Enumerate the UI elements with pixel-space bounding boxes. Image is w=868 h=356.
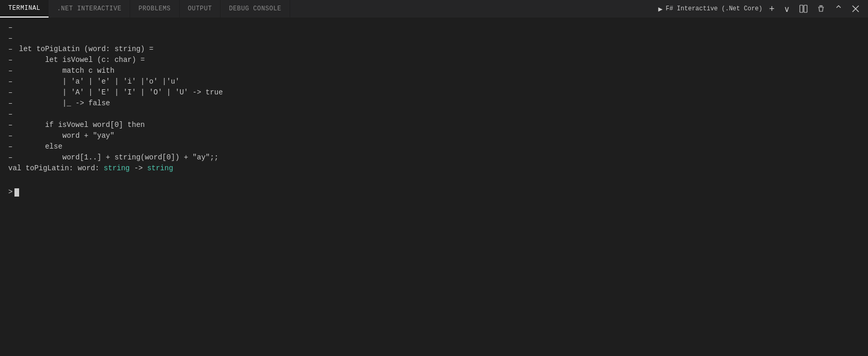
tab-net-interactive-label: .NET INTERACTIVE (57, 5, 121, 12)
terminal-content[interactable]: – – – let toPigLatin (word: string) = – … (0, 18, 868, 356)
delete-terminal-button[interactable] (814, 4, 828, 14)
add-terminal-button[interactable]: + (766, 3, 777, 15)
svg-rect-1 (804, 5, 807, 12)
terminal-line-2: – (8, 33, 868, 44)
terminal-prompt-line: > (8, 187, 868, 198)
split-terminal-button[interactable] (797, 4, 810, 14)
terminal-line-13: – word[1..] + string(word[0]) + "ay";; (8, 152, 868, 163)
tab-debug-console-label: DEBUG CONSOLE (229, 5, 281, 12)
trash-icon (817, 5, 825, 13)
terminal-line-6: – | 'a' | 'e' | 'i' |'o' |'u' (8, 76, 868, 87)
terminal-line-4: – let isVowel (c: char) = (8, 55, 868, 66)
terminal-line-7: – | 'A' | 'E' | 'I' | 'O' | 'U' -> true (8, 87, 868, 98)
terminal-line-1: – (8, 22, 868, 33)
close-icon (852, 5, 859, 12)
toolbar-right: ▶ F# Interactive (.Net Core) + ∨ (658, 0, 868, 18)
terminal-line-10: – if isVowel word[0] then (8, 120, 868, 131)
terminal-title: ▶ F# Interactive (.Net Core) (658, 5, 763, 13)
tab-debug-console[interactable]: DEBUG CONSOLE (220, 0, 290, 18)
cursor (14, 188, 19, 197)
terminal-line-8: – |_ -> false (8, 98, 868, 109)
maximize-icon (834, 5, 843, 13)
terminal-line-9: – (8, 109, 868, 120)
terminal-val-line: val toPigLatin: word: string -> string (8, 163, 868, 174)
maximize-panel-button[interactable] (832, 4, 845, 14)
terminal-icon: ▶ (658, 5, 662, 13)
tab-output[interactable]: OUTPUT (180, 0, 221, 18)
terminal-line-3: – let toPigLatin (word: string) = (8, 44, 868, 55)
terminal-line-5: – match c with (8, 66, 868, 76)
chevron-down-button[interactable]: ∨ (781, 3, 793, 15)
close-panel-button[interactable] (849, 4, 862, 13)
tab-output-label: OUTPUT (188, 5, 212, 12)
prompt-symbol: > (8, 187, 12, 198)
tab-terminal-label: TERMINAL (8, 5, 40, 12)
app-container: TERMINAL .NET INTERACTIVE PROBLEMS OUTPU… (0, 0, 868, 356)
terminal-line-12: – else (8, 141, 868, 152)
tab-net-interactive[interactable]: .NET INTERACTIVE (49, 0, 130, 18)
tab-terminal[interactable]: TERMINAL (0, 0, 49, 18)
tab-problems-label: PROBLEMS (138, 5, 170, 12)
split-icon (799, 5, 808, 13)
terminal-empty-line (8, 174, 868, 185)
terminal-line-11: – word + "yay" (8, 131, 868, 141)
terminal-title-text: F# Interactive (.Net Core) (666, 5, 762, 12)
tab-bar: TERMINAL .NET INTERACTIVE PROBLEMS OUTPU… (0, 0, 868, 18)
svg-rect-0 (800, 5, 803, 12)
tab-problems[interactable]: PROBLEMS (130, 0, 179, 18)
